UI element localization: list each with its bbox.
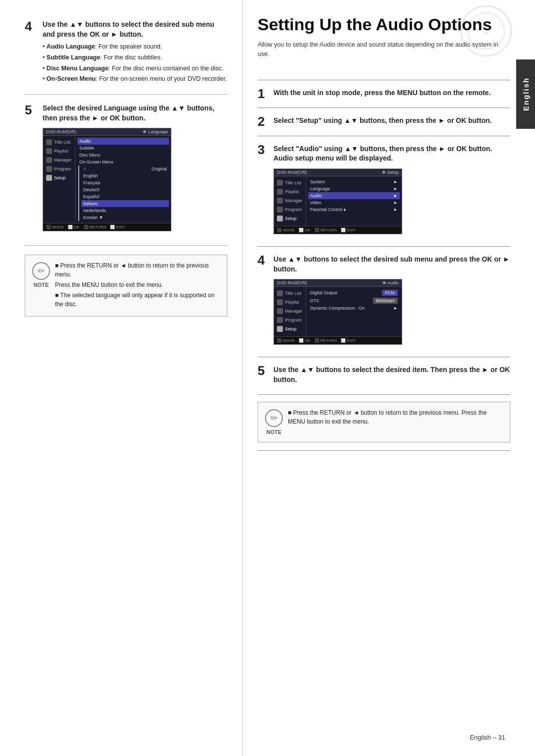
dvd-sidebar-playlist: Playlist	[43, 147, 75, 156]
dvd-row-discmenu: Disc Menu	[77, 152, 169, 159]
page-number: English – 31	[470, 734, 505, 741]
note-box-left: ✏ NOTE Press the RETURN or ◄ button to r…	[25, 255, 227, 317]
dvd-footer-move-1: ⬛ MOVE	[46, 225, 64, 229]
dvd2-row-video: Video►	[308, 199, 400, 206]
right-step-4: 4 Use ▲▼ buttons to select the desired s…	[258, 254, 510, 350]
dvd-sidebar-setup: Setup	[43, 173, 75, 182]
page: 4 Use the ▲▼ buttons to select the desir…	[0, 0, 535, 756]
dvd2-icon-titlelist	[277, 180, 283, 186]
dvd-sidebar-2: Title List Playlist Manager Program	[274, 176, 306, 226]
dvd-title-right-2: ❋ Setup	[382, 170, 399, 175]
dvd3-sidebar-program: Program	[274, 316, 306, 324]
bullet-audio: Audio Language: For the speaker sound.	[43, 42, 227, 52]
right-step-num-1: 1	[258, 87, 268, 101]
dvd3-row-dts: DTS Bitstream	[308, 297, 400, 305]
dvd-row-subtitle: Subtitle	[77, 145, 169, 152]
dvd-footer-ok-1: ⬜ OK	[68, 225, 80, 229]
right-step-2-title: Select "Setup" using ▲▼ buttons, then pr…	[273, 116, 510, 126]
main-title: Setting Up the Audio Options	[258, 15, 510, 34]
dvd3-sidebar-setup: Setup	[274, 324, 306, 333]
dvd-footer-2: ⬛ MOVE ⬜ OK ⬛ RETURN ⬜ EXIT	[274, 226, 402, 234]
bullet-subtitle: Subtitle Language: For the disc subtitle…	[43, 53, 227, 62]
dvd-title-left-1: DVD-RAM(VR)	[46, 129, 76, 134]
dvd-lang-english: English	[81, 172, 169, 179]
dvd2-row-audio: Audio►	[308, 192, 400, 199]
dvd3-icon-playlist	[277, 299, 283, 305]
dvd2-footer-exit: ⬜ EXIT	[341, 228, 356, 232]
dvd3-row-digital: Digital Output PCM	[308, 289, 400, 297]
dvd3-sidebar-titlelist: Title List	[274, 289, 306, 298]
dvd2-sidebar-titlelist: Title List	[274, 178, 306, 187]
right-step-5-title: Use the ▲▼ buttons to select the desired…	[273, 365, 510, 384]
bullet-disc-menu: Disc Menu Language: For the disc menu co…	[43, 64, 227, 73]
dvd-titlebar-1: DVD-RAM(VR) ❋ Language	[43, 128, 171, 136]
section-hr-3	[258, 136, 510, 136]
dvd-sidebar-3: Title List Playlist Manager Program	[274, 287, 306, 336]
dvd2-icon-manager	[277, 198, 283, 204]
right-step-3-content: Select "Audio" using ▲▼ buttons, then pr…	[273, 143, 510, 239]
note-bullet-2: Press the MENU button to exit the menu.	[55, 280, 220, 289]
dvd-icon-manager	[46, 157, 52, 163]
dvd-lang-italiano: Italiano	[81, 200, 169, 207]
dvd-icon-titlelist	[46, 139, 52, 145]
right-step-2: 2 Select "Setup" using ▲▼ buttons, then …	[258, 115, 510, 129]
dvd-footer-exit-1: ⬜ EXIT	[110, 225, 125, 229]
step-4-left-body: Audio Language: For the speaker sound. S…	[43, 42, 227, 84]
note-icon-area-right: ✏ NOTE	[265, 408, 283, 436]
dvd2-sidebar-manager: Manager	[274, 196, 306, 205]
dvd3-footer-move: ⬛ MOVE	[277, 338, 295, 343]
right-step-num-2: 2	[258, 115, 268, 129]
step-4-left-title: Use the ▲▼ buttons to select the desired…	[43, 20, 227, 39]
dvd-body-3: Title List Playlist Manager Program	[274, 287, 402, 336]
dvd-content-2: System► Language► Audio► Video► Parental…	[306, 176, 402, 226]
divider-1	[25, 94, 227, 95]
dvd-icon-playlist	[46, 148, 52, 154]
step-number-4-left: 4	[25, 20, 37, 85]
section-hr-2	[258, 108, 510, 108]
dvd-lang-nederlands: Nederlands	[81, 207, 169, 214]
dvd-sidebar-1: Title List Playlist Manager Program	[43, 136, 75, 223]
right-step-4-content: Use ▲▼ buttons to select the desired sub…	[273, 254, 510, 350]
right-step-num-4: 4	[258, 254, 268, 350]
dvd2-footer-ok: ⬜ OK	[299, 228, 311, 232]
dvd2-icon-setup	[277, 216, 283, 221]
dvd2-row-language: Language►	[308, 185, 400, 192]
dvd2-sidebar-setup: Setup	[274, 214, 306, 223]
step-4-left-content: Use the ▲▼ buttons to select the desired…	[43, 20, 227, 85]
dvd3-icon-manager	[277, 308, 283, 314]
page-header: Setting Up the Audio Options Allow you t…	[258, 15, 510, 72]
right-step-4-title: Use ▲▼ buttons to select the desired sub…	[273, 255, 510, 274]
right-step-num-3: 3	[258, 143, 268, 239]
dvd-titlebar-3: DVD-RAM(VR) ❋ Audio	[274, 279, 402, 287]
bullet-on-screen: On-Screen Menu: For the on-screen menu o…	[43, 74, 227, 84]
section-hr-1	[258, 80, 510, 80]
note-label: NOTE	[34, 282, 49, 288]
dvd-titlebar-2: DVD-RAM(VR) ❋ Setup	[274, 169, 402, 176]
right-step-2-content: Select "Setup" using ▲▼ buttons, then pr…	[273, 115, 510, 129]
right-step-3: 3 Select "Audio" using ▲▼ buttons, then …	[258, 143, 510, 239]
left-step-5: 5 Select the desired Language using the …	[25, 104, 227, 236]
dvd-icon-setup	[46, 175, 52, 181]
right-step-1: 1 With the unit in stop mode, press the …	[258, 87, 510, 101]
right-step-3-title: Select "Audio" using ▲▼ buttons, then pr…	[273, 144, 510, 163]
section-hr-6	[258, 394, 510, 395]
dvd-screen-language: DVD-RAM(VR) ❋ Language Title List Playli…	[43, 128, 171, 231]
right-step-5-content: Use the ▲▼ buttons to select the desired…	[273, 364, 510, 387]
right-step-1-content: With the unit in stop mode, press the ME…	[273, 87, 510, 101]
dvd-icon-program	[46, 166, 52, 172]
dvd2-sidebar-playlist: Playlist	[274, 187, 306, 196]
dvd2-footer-move: ⬛ MOVE	[277, 228, 295, 232]
section-hr-7	[258, 450, 510, 451]
dvd-title-left-3: DVD-RAM(VR)	[277, 280, 307, 285]
note-box-right: ✏ NOTE Press the RETURN or ◄ button to r…	[258, 402, 510, 442]
english-tab: English	[516, 59, 535, 129]
dvd-footer-3: ⬛ MOVE ⬜ OK ⬛ RETURN ⬜ EXIT	[274, 336, 402, 344]
dvd-lang-deutsch: Deutsch	[81, 186, 169, 193]
dvd-row-onscreen: On-Screen Menu	[77, 159, 169, 165]
dvd-content-1: Audio Subtitle Disc Menu On-Screen Menu …	[75, 136, 171, 223]
dvd-sidebar-manager: Manager	[43, 156, 75, 164]
dvd-screen-setup: DVD-RAM(VR) ❋ Setup Title List Playlist	[273, 168, 402, 234]
dvd-lang-original: Original	[81, 165, 169, 172]
dvd3-icon-titlelist	[277, 290, 283, 296]
dvd-body-2: Title List Playlist Manager Program	[274, 176, 402, 226]
